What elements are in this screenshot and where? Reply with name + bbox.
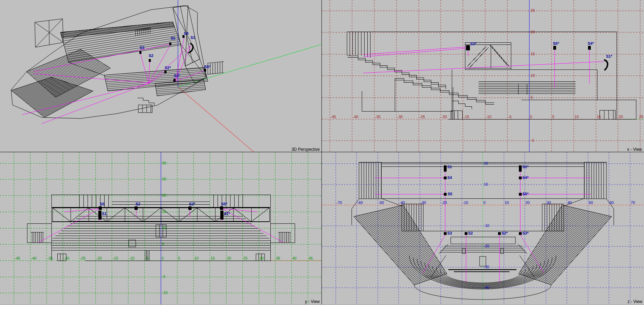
- svg-text:20: 20: [227, 256, 231, 260]
- svg-text:-10: -10: [162, 290, 168, 295]
- status-bar: (c) EASE 4.3 / EASE Hall / 2017-06-29 17…: [0, 304, 644, 311]
- view-3d-perspective[interactable]: S4 S1 S5 S3 S2 S2* S3* S5* 3D Perspectiv…: [0, 0, 322, 152]
- svg-text:10: 10: [505, 200, 509, 205]
- svg-text:5: 5: [178, 256, 180, 260]
- speaker-icon-s5-star: [204, 69, 206, 72]
- svg-text:-35: -35: [375, 115, 381, 119]
- speaker-icon-s5-star: [220, 206, 223, 210]
- svg-text:-10: -10: [486, 115, 491, 119]
- svg-text:-20: -20: [441, 115, 447, 119]
- svg-text:35: 35: [276, 256, 280, 260]
- svg-text:-20: -20: [441, 200, 447, 205]
- view-x[interactable]: S3* S5* S4* S1* -45 -40 -35 -30 -25 -20 …: [322, 0, 644, 152]
- svg-text:40: 40: [292, 256, 296, 260]
- speaker-icon-s2-star: [498, 232, 501, 235]
- speaker-icon-s5: [444, 193, 447, 196]
- speaker-label-s2-star: S2*: [165, 66, 171, 70]
- svg-text:25: 25: [639, 115, 643, 119]
- svg-text:60: 60: [610, 200, 614, 205]
- svg-text:-45: -45: [15, 256, 20, 260]
- speaker-label-s2: S2: [136, 202, 140, 206]
- x-view-speaker-labels: S3* S5* S4* S1*: [470, 41, 612, 58]
- speaker-icon-s1-array: [98, 211, 101, 220]
- speaker-label-s1: S1: [447, 165, 452, 169]
- svg-text:-5: -5: [531, 138, 534, 142]
- svg-text:45: 45: [309, 256, 313, 260]
- speaker-label-s1-star: S1*: [606, 54, 612, 58]
- speaker-icon-s3-star: [173, 79, 176, 82]
- svg-text:-50: -50: [378, 200, 384, 205]
- svg-text:30: 30: [260, 256, 264, 260]
- speaker-icon-s4-star: [519, 177, 522, 179]
- svg-text:10: 10: [531, 73, 535, 77]
- speaker-icon-s3-star: [466, 45, 470, 50]
- svg-text:50: 50: [589, 200, 593, 205]
- speaker-icon-s4-star: [588, 46, 591, 50]
- svg-text:30: 30: [547, 200, 551, 205]
- speaker-label-s3-star: S3*: [470, 42, 476, 46]
- svg-text:-25: -25: [80, 256, 85, 260]
- svg-text:-45: -45: [331, 115, 336, 119]
- speaker-label-s3-star: S3*: [522, 231, 529, 235]
- svg-text:10: 10: [484, 182, 488, 186]
- speaker-icon-s2-star: [164, 71, 166, 73]
- speaker-icon-s2: [465, 232, 467, 235]
- svg-text:25: 25: [531, 8, 535, 13]
- view-title-3d: 3D Perspective: [292, 147, 320, 152]
- quadrant-divider-vertical: [321, 0, 322, 304]
- svg-text:-30: -30: [397, 115, 403, 119]
- 3d-hall-wireframe: [11, 6, 224, 118]
- svg-text:10: 10: [162, 226, 166, 230]
- svg-text:10: 10: [194, 256, 198, 260]
- svg-text:40: 40: [568, 200, 572, 205]
- svg-text:-10: -10: [463, 200, 468, 205]
- speaker-icon-s1-array: [444, 165, 447, 172]
- svg-text:20: 20: [531, 30, 535, 34]
- view-z[interactable]: S1 S4 S5 S3 S2 S1* S4* S5* S3* S2* -70 -…: [322, 152, 644, 304]
- speaker-label-s3: S3: [447, 231, 452, 235]
- svg-text:-40: -40: [353, 115, 358, 119]
- speaker-icon-s4: [444, 177, 447, 179]
- svg-text:25: 25: [162, 177, 166, 181]
- speaker-icon-s5-star: [519, 193, 522, 196]
- svg-text:15: 15: [597, 115, 601, 119]
- svg-text:20: 20: [525, 200, 530, 205]
- speaker-icon-s2-star: [188, 206, 191, 210]
- view-title-z: z - View: [628, 299, 643, 304]
- svg-text:0: 0: [162, 256, 164, 260]
- speaker-icon-s3: [139, 51, 141, 54]
- speaker-icon-s1-star-array: [220, 211, 223, 220]
- speaker-icon-s5-star: [553, 46, 556, 50]
- svg-text:-25: -25: [419, 115, 425, 119]
- svg-text:-5: -5: [145, 256, 149, 260]
- svg-text:-70: -70: [336, 200, 342, 205]
- x-view-grid: [322, 0, 644, 152]
- svg-text:15: 15: [211, 256, 215, 260]
- speaker-label-s2-star: S2*: [189, 202, 195, 206]
- speaker-label-s1: S1: [190, 35, 195, 40]
- speaker-icon-s4: [182, 35, 185, 38]
- svg-text:-10: -10: [484, 223, 489, 228]
- view-title-y: y - View: [305, 299, 320, 304]
- svg-text:-30: -30: [421, 200, 426, 205]
- speaker-label-s1-star: S1*: [522, 165, 529, 169]
- speaker-label-s5: S5: [171, 36, 175, 40]
- svg-text:-40: -40: [399, 200, 405, 205]
- speaker-icon-s1-array: [188, 43, 193, 53]
- svg-text:-15: -15: [113, 256, 118, 260]
- speaker-icon-s2: [134, 206, 138, 210]
- svg-text:-20: -20: [484, 244, 489, 248]
- view-y[interactable]: S5 S2 S2* S5* S1 S1* -45 -40 -35 -30 -25…: [0, 152, 322, 304]
- speaker-label-s5-star: S5*: [553, 41, 559, 46]
- svg-text:5: 5: [552, 115, 554, 119]
- speaker-label-s4: S4: [184, 31, 189, 35]
- view-title-x: x - View: [627, 147, 642, 152]
- speaker-label-s5: S5: [100, 202, 104, 206]
- svg-text:0: 0: [530, 115, 532, 119]
- y-view-speaker-labels: S5 S2 S2* S5* S1 S1*: [100, 202, 230, 216]
- speaker-icon-s5: [99, 206, 102, 210]
- speaker-icon-s1-star-array: [604, 60, 608, 70]
- svg-text:15: 15: [531, 52, 535, 56]
- svg-text:-40: -40: [31, 256, 36, 260]
- speaker-label-s1: S1: [102, 212, 106, 216]
